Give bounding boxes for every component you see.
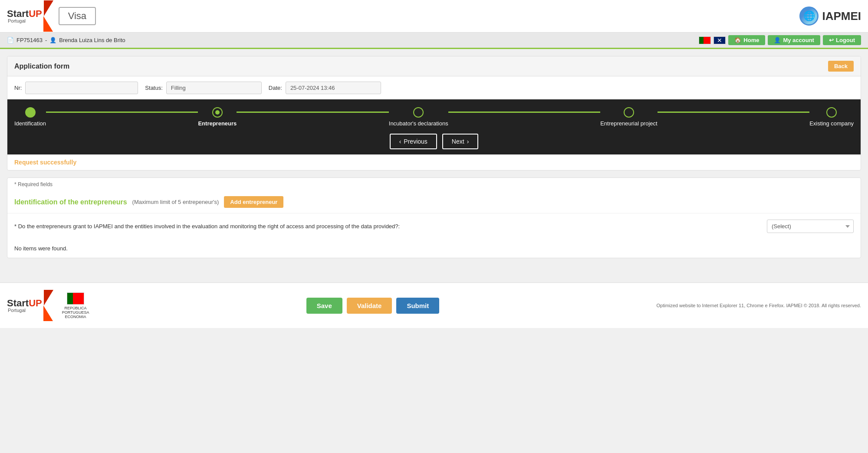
step-identification: Identification: [14, 107, 46, 127]
application-form-card: Application form Back Nr: Status: Date:: [7, 56, 861, 171]
home-button[interactable]: 🏠 Home: [728, 35, 765, 45]
logo-arrow-top: [44, 0, 53, 16]
iapmei-text: IAPMEI: [822, 10, 861, 23]
logo-arrow-bottom: [43, 16, 53, 32]
logo-up: UP: [29, 9, 42, 19]
next-arrow-icon: ›: [467, 138, 469, 145]
previous-button[interactable]: ‹ Previous: [390, 134, 437, 149]
reference-text: FP751463: [16, 37, 43, 43]
footer-logo-start: Start: [7, 299, 29, 308]
step-label-entrepreneurial: Entrepreneurial project: [600, 120, 658, 127]
submit-button[interactable]: Submit: [396, 298, 439, 314]
step-circle-incubators: [413, 107, 424, 118]
step-incubators: Incubator's declarations: [389, 107, 448, 127]
section-title: Identification of the entrepreneurs: [14, 198, 127, 206]
back-button[interactable]: Back: [828, 61, 854, 72]
question-text: * Do the entrepreneurs grant to IAPMEI a…: [14, 223, 760, 230]
step-circle-entrepreneurs: [212, 107, 223, 118]
footer-flag-icon: [67, 292, 84, 305]
separator: -: [45, 37, 47, 43]
my-account-label: My account: [783, 37, 814, 43]
logout-label: Logout: [836, 37, 855, 43]
date-label: Date:: [269, 85, 282, 91]
step-line-1: [46, 112, 198, 113]
status-field-group: Status:: [145, 82, 261, 94]
footer: StartUP Portugal REPÚBLICA PORTUGUESA EC…: [0, 282, 868, 328]
save-button[interactable]: Save: [306, 298, 342, 314]
sub-header-info: 📄 FP751463 - 👤 Brenda Luiza Lins de Brit…: [7, 37, 125, 43]
step-line-3: [448, 112, 600, 113]
nr-field-group: Nr:: [14, 82, 138, 94]
footer-actions: Save Validate Submit: [306, 298, 440, 314]
footer-copyright: Optimized website to Internet Explorer 1…: [656, 303, 861, 308]
footer-logo-arrow-top: [44, 290, 53, 305]
startup-logo: StartUP Portugal: [7, 0, 53, 32]
step-label-incubators: Incubator's declarations: [389, 120, 448, 127]
question-row: * Do the entrepreneurs grant to IAPMEI a…: [7, 213, 861, 239]
section-subtitle: (Maximum limit of 5 entrepeneur's): [132, 199, 219, 205]
footer-republica-line3: ECONOMIA: [65, 315, 86, 319]
required-note: * Required fields: [7, 178, 861, 191]
progress-steps: Identification Entrepreneurs Incubat: [14, 107, 854, 127]
home-label: Home: [743, 37, 759, 43]
step-line-4: [658, 112, 809, 113]
logo-area: StartUP Portugal Visa: [7, 0, 799, 32]
progress-section: Identification Entrepreneurs Incubat: [7, 99, 861, 154]
person-icon: 👤: [774, 37, 781, 43]
step-entrepreneurial: Entrepreneurial project: [600, 107, 658, 127]
flag-en-icon[interactable]: [713, 36, 726, 44]
footer-logo-arrow-bottom: [43, 305, 53, 321]
iapmei-globe-icon: 🌐: [799, 7, 819, 26]
home-icon: 🏠: [734, 37, 741, 43]
date-input: [286, 82, 381, 94]
main-content: Application form Back Nr: Status: Date:: [0, 49, 868, 265]
date-field-group: Date:: [269, 82, 381, 94]
previous-arrow-icon: ‹: [399, 138, 401, 145]
nr-input[interactable]: [25, 82, 138, 94]
step-line-2: [237, 112, 388, 113]
form-fields: Nr: Status: Date:: [7, 76, 861, 99]
footer-startup-logo: StartUP Portugal: [7, 290, 53, 321]
form-card-header: Application form Back: [7, 56, 861, 76]
validate-button[interactable]: Validate: [347, 298, 392, 314]
step-circle-identification: [25, 107, 36, 118]
section-header: Identification of the entrepreneurs (Max…: [7, 191, 861, 213]
step-entrepreneurs: Entrepreneurs: [198, 107, 237, 127]
next-label: Next: [452, 138, 464, 145]
flag-pt-icon[interactable]: [699, 36, 711, 44]
visa-badge: Visa: [59, 7, 96, 25]
logout-icon: ↩: [829, 37, 834, 43]
logo-start: Start: [7, 9, 29, 19]
form-card-title: Application form: [14, 62, 69, 70]
nr-label: Nr:: [14, 85, 22, 91]
status-label: Status:: [145, 85, 162, 91]
progress-nav: ‹ Previous Next ›: [14, 134, 854, 149]
header-right: 🌐 IAPMEI: [799, 7, 861, 26]
step-label-existing: Existing company: [809, 120, 854, 127]
footer-logo-portugal: Portugal: [8, 308, 42, 313]
entrepreneurs-grant-select[interactable]: (Select) Yes No: [767, 220, 854, 233]
add-entrepreneur-button[interactable]: Add entrepreneur: [224, 196, 283, 208]
step-existing: Existing company: [809, 107, 854, 127]
sub-header-nav: 🏠 Home 👤 My account ↩ Logout: [699, 35, 861, 45]
sub-header: 📄 FP751463 - 👤 Brenda Luiza Lins de Brit…: [0, 33, 868, 49]
step-circle-entrepreneurial: [624, 107, 634, 118]
footer-republica-line2: PORTUGUESA: [62, 310, 89, 315]
footer-republica-line1: REPÚBLICA: [65, 306, 87, 310]
previous-label: Previous: [404, 138, 427, 145]
user-name: Brenda Luiza Lins de Brito: [59, 37, 125, 43]
step-label-identification: Identification: [14, 120, 46, 127]
logo-portugal: Portugal: [8, 19, 42, 23]
step-label-entrepreneurs: Entrepreneurs: [198, 120, 237, 127]
success-message: Request successfully: [7, 154, 861, 170]
no-items-message: No items were found.: [7, 239, 861, 258]
logout-button[interactable]: ↩ Logout: [823, 35, 861, 45]
next-button[interactable]: Next ›: [442, 134, 478, 149]
user-icon: 👤: [49, 37, 56, 43]
content-card: * Required fields Identification of the …: [7, 177, 861, 258]
step-circle-existing: [826, 107, 837, 118]
header: StartUP Portugal Visa 🌐 IAPMEI: [0, 0, 868, 33]
status-input: [166, 82, 262, 94]
footer-logo-up: UP: [29, 299, 42, 308]
my-account-button[interactable]: 👤 My account: [768, 35, 820, 45]
